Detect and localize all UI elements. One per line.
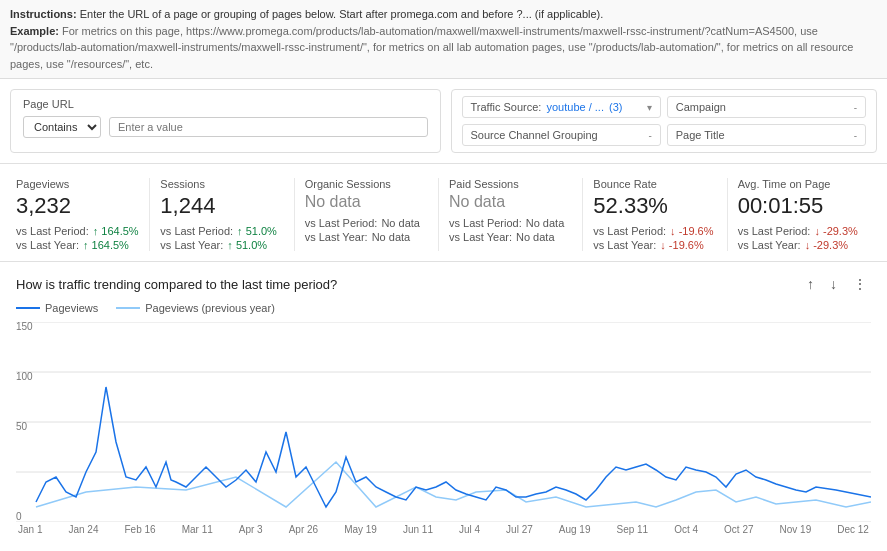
chart-down-btn[interactable]: ↓ — [826, 274, 841, 294]
legend-label-pageviews: Pageviews — [45, 302, 98, 314]
metric-period-sessions: vs Last Period: ↑ 51.0% — [160, 225, 283, 237]
metric-period-paid-sessions: vs Last Period: No data — [449, 217, 572, 229]
metric-col-organic-sessions: Organic Sessions No data vs Last Period:… — [295, 178, 439, 251]
metric-value-paid-sessions: No data — [449, 193, 572, 211]
x-axis-label: Feb 16 — [125, 524, 156, 535]
x-axis-label: Jun 11 — [403, 524, 433, 535]
chart-controls: ↑ ↓ ⋮ — [803, 274, 871, 294]
metric-label-sessions: Sessions — [160, 178, 283, 190]
chart-section: How is traffic trending compared to the … — [0, 262, 887, 543]
campaign-label: Campaign — [676, 101, 726, 113]
metric-value-bounce-rate: 52.33% — [593, 193, 716, 219]
metric-col-pageviews: Pageviews 3,232 vs Last Period: ↑ 164.5%… — [16, 178, 150, 251]
metric-label-avg-time: Avg. Time on Page — [738, 178, 861, 190]
example-label: Example: — [10, 25, 59, 37]
x-axis-labels: Jan 1Jan 24Feb 16Mar 11Apr 3Apr 26May 19… — [16, 522, 871, 535]
metric-value-avg-time: 00:01:55 — [738, 193, 861, 219]
traffic-source-arrow: ▾ — [647, 102, 652, 113]
chart-title: How is traffic trending compared to the … — [16, 277, 337, 292]
metric-year-paid-sessions: vs Last Year: No data — [449, 231, 572, 243]
page-url-label: Page URL — [23, 98, 428, 110]
campaign-arrow: - — [854, 102, 857, 113]
url-input[interactable] — [109, 117, 428, 137]
metrics-section: Pageviews 3,232 vs Last Period: ↑ 164.5%… — [0, 164, 887, 262]
x-axis-label: Mar 11 — [182, 524, 213, 535]
metric-period-bounce-rate: vs Last Period: ↓ -19.6% — [593, 225, 716, 237]
metric-label-pageviews: Pageviews — [16, 178, 139, 190]
chart-area: 150 100 50 0 — [16, 322, 871, 522]
x-axis-label: Apr 3 — [239, 524, 263, 535]
x-axis-label: Nov 19 — [780, 524, 812, 535]
source-channel-label: Source Channel Grouping — [471, 129, 598, 141]
metric-year-pageviews: vs Last Year: ↑ 164.5% — [16, 239, 139, 251]
x-axis-label: Oct 27 — [724, 524, 753, 535]
metric-value-sessions: 1,244 — [160, 193, 283, 219]
instructions-label: Instructions: — [10, 8, 77, 20]
legend-label-pageviews-prev: Pageviews (previous year) — [145, 302, 275, 314]
svg-text:100: 100 — [16, 371, 33, 382]
x-axis-label: Jan 24 — [68, 524, 98, 535]
page-url-row: Contains — [23, 116, 428, 138]
metric-compare-sessions: vs Last Period: ↑ 51.0% vs Last Year: ↑ … — [160, 225, 283, 251]
contains-select[interactable]: Contains — [23, 116, 101, 138]
x-axis-label: Oct 4 — [674, 524, 698, 535]
chart-legend: Pageviews Pageviews (previous year) — [16, 302, 871, 314]
filter-section: Page URL Contains Traffic Source: youtub… — [0, 79, 887, 164]
metric-period-avg-time: vs Last Period: ↓ -29.3% — [738, 225, 861, 237]
metric-label-paid-sessions: Paid Sessions — [449, 178, 572, 190]
svg-text:50: 50 — [16, 421, 28, 432]
instructions-text: Enter the URL of a page or grouping of p… — [80, 8, 604, 20]
traffic-source-value: youtube / ... — [546, 101, 603, 113]
metric-compare-avg-time: vs Last Period: ↓ -29.3% vs Last Year: ↓… — [738, 225, 861, 251]
svg-text:150: 150 — [16, 322, 33, 332]
metric-compare-bounce-rate: vs Last Period: ↓ -19.6% vs Last Year: ↓… — [593, 225, 716, 251]
x-axis-label: Dec 12 — [837, 524, 869, 535]
legend-line-pageviews-prev — [116, 307, 140, 309]
metric-col-bounce-rate: Bounce Rate 52.33% vs Last Period: ↓ -19… — [583, 178, 727, 251]
metric-col-sessions: Sessions 1,244 vs Last Period: ↑ 51.0% v… — [150, 178, 294, 251]
metric-year-sessions: vs Last Year: ↑ 51.0% — [160, 239, 283, 251]
campaign-chip[interactable]: Campaign - — [667, 96, 866, 118]
metric-period-organic-sessions: vs Last Period: No data — [305, 217, 428, 229]
source-channel-chip[interactable]: Source Channel Grouping - — [462, 124, 661, 146]
metric-period-pageviews: vs Last Period: ↑ 164.5% — [16, 225, 139, 237]
traffic-source-chip[interactable]: Traffic Source: youtube / ... (3) ▾ — [462, 96, 661, 118]
x-axis-label: Sep 11 — [616, 524, 648, 535]
metric-col-paid-sessions: Paid Sessions No data vs Last Period: No… — [439, 178, 583, 251]
svg-text:0: 0 — [16, 511, 22, 522]
traffic-source-label: Traffic Source: youtube / ... (3) — [471, 101, 623, 113]
metric-value-pageviews: 3,232 — [16, 193, 139, 219]
x-axis-label: Jul 4 — [459, 524, 480, 535]
metric-year-organic-sessions: vs Last Year: No data — [305, 231, 428, 243]
chart-svg: 150 100 50 0 — [16, 322, 871, 522]
traffic-source-count: (3) — [609, 101, 622, 113]
metric-compare-paid-sessions: vs Last Period: No data vs Last Year: No… — [449, 217, 572, 243]
page-title-arrow: - — [854, 130, 857, 141]
chart-header: How is traffic trending compared to the … — [16, 274, 871, 294]
metric-compare-organic-sessions: vs Last Period: No data vs Last Year: No… — [305, 217, 428, 243]
x-axis-label: May 19 — [344, 524, 377, 535]
metric-value-organic-sessions: No data — [305, 193, 428, 211]
x-axis-label: Aug 19 — [559, 524, 591, 535]
instructions-bar: Instructions: Enter the URL of a page or… — [0, 0, 887, 79]
metric-compare-pageviews: vs Last Period: ↑ 164.5% vs Last Year: ↑… — [16, 225, 139, 251]
source-channel-arrow: - — [648, 130, 651, 141]
metric-col-avg-time: Avg. Time on Page 00:01:55 vs Last Perio… — [728, 178, 871, 251]
x-axis-label: Apr 26 — [289, 524, 318, 535]
legend-item-pageviews: Pageviews — [16, 302, 98, 314]
metric-year-avg-time: vs Last Year: ↓ -29.3% — [738, 239, 861, 251]
x-axis-label: Jan 1 — [18, 524, 42, 535]
page-url-filter: Page URL Contains — [10, 89, 441, 153]
page-title-label: Page Title — [676, 129, 725, 141]
example-text: For metrics on this page, https://www.pr… — [10, 25, 853, 70]
right-filters: Traffic Source: youtube / ... (3) ▾ Camp… — [451, 89, 878, 153]
chart-menu-btn[interactable]: ⋮ — [849, 274, 871, 294]
legend-item-pageviews-prev: Pageviews (previous year) — [116, 302, 275, 314]
metric-label-organic-sessions: Organic Sessions — [305, 178, 428, 190]
legend-line-pageviews — [16, 307, 40, 309]
x-axis-label: Jul 27 — [506, 524, 533, 535]
metric-label-bounce-rate: Bounce Rate — [593, 178, 716, 190]
chart-up-btn[interactable]: ↑ — [803, 274, 818, 294]
metric-year-bounce-rate: vs Last Year: ↓ -19.6% — [593, 239, 716, 251]
page-title-chip[interactable]: Page Title - — [667, 124, 866, 146]
